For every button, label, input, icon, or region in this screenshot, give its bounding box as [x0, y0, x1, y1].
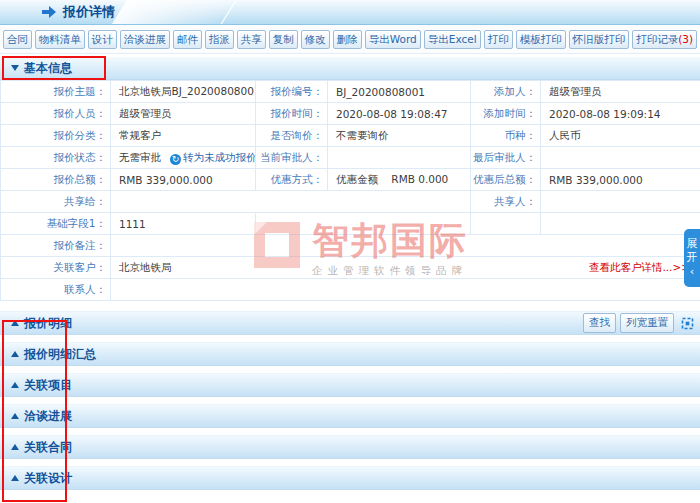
field-value: 超级管理员: [541, 81, 700, 103]
toolbar-button-delete[interactable]: 删除: [333, 30, 362, 49]
section-header-basic-info[interactable]: 基本信息: [0, 57, 700, 80]
page-title: 报价详情: [63, 3, 115, 21]
field-label: 基础字段1：: [1, 213, 111, 235]
field-label: 币种：: [471, 125, 541, 147]
convert-status-icon: ↻: [170, 154, 181, 165]
related-customer-text: 北京地铁局: [119, 261, 172, 273]
toolbar-button-copy[interactable]: 复制: [269, 30, 298, 49]
section-title: 关联项目: [24, 377, 72, 394]
toolbar: 合同 物料清单 设计 洽谈进展 邮件 指派 共享 复制 修改 删除 导出Word…: [0, 25, 700, 54]
basic-info-title: 基本信息: [24, 60, 72, 77]
field-label: 报价状态：: [1, 147, 111, 169]
view-customer-detail-link[interactable]: 查看此客户详情...>>: [589, 261, 690, 275]
field-value: [541, 147, 700, 169]
field-value: 无需审批↻转为未成功报价: [111, 147, 256, 169]
toolbar-button-share[interactable]: 共享: [237, 30, 266, 49]
table-row: 报价备注：: [1, 235, 700, 257]
field-value: [111, 235, 700, 257]
field-label: 共享给：: [1, 191, 111, 213]
collapse-triangle-icon: [11, 320, 19, 326]
collapse-triangle-icon: [11, 475, 19, 481]
toolbar-button-bom[interactable]: 物料清单: [35, 30, 85, 49]
collapse-triangle-icon: [11, 382, 19, 388]
field-value: RMB 339,000.000: [541, 169, 700, 191]
field-label: 报价总额：: [1, 169, 111, 191]
toolbar-button-negotiation-progress[interactable]: 洽谈进展: [120, 30, 170, 49]
field-value: 2020-08-08 19:08:47: [328, 103, 471, 125]
field-label: 报价分类：: [1, 125, 111, 147]
toolbar-button-assign[interactable]: 指派: [205, 30, 234, 49]
table-row: 关联客户： 北京地铁局 查看此客户详情...>>: [1, 257, 700, 279]
section-bar-quote-detail[interactable]: 报价明细 查找 列宽重置: [0, 311, 700, 335]
convert-to-failed-quote-link[interactable]: 转为未成功报价: [183, 151, 256, 163]
field-label: 报价时间：: [256, 103, 328, 125]
empty-cell: [541, 213, 700, 235]
header-swoosh-decoration: [106, 0, 241, 25]
toolbar-button-edit[interactable]: 修改: [301, 30, 330, 49]
field-value: 常规客户: [111, 125, 256, 147]
toolbar-button-export-word[interactable]: 导出Word: [365, 30, 421, 49]
reset-column-width-button[interactable]: 列宽重置: [620, 313, 674, 333]
table-row: 报价人员： 超级管理员 报价时间： 2020-08-08 19:08:47 添加…: [1, 103, 700, 125]
section-bar-related-projects[interactable]: 关联项目: [0, 373, 700, 397]
table-row: 共享给： 共享人：: [1, 191, 700, 213]
section-bar-negotiation-progress[interactable]: 洽谈进展: [0, 404, 700, 428]
section-bar-quote-detail-summary[interactable]: 报价明细汇总: [0, 342, 700, 366]
print-record-count-badge: (3): [678, 33, 693, 45]
detail-sections: 报价明细 查找 列宽重置 报价明细汇总 关联项目 洽谈进展 关联合同 关联设计: [0, 311, 700, 490]
field-label: 当前审批人：: [256, 147, 328, 169]
field-label: 是否询价：: [256, 125, 328, 147]
collapse-triangle-icon: [11, 444, 19, 450]
empty-label-cell: [471, 213, 541, 235]
section-bar-related-designs[interactable]: 关联设计: [0, 466, 700, 490]
toolbar-button-email[interactable]: 邮件: [173, 30, 202, 49]
field-value: 北京地铁局BJ_20200808001: [111, 81, 256, 103]
field-value: 1111: [111, 213, 256, 235]
field-value: 超级管理员: [111, 103, 256, 125]
discount-amount-text: RMB 0.000: [391, 173, 448, 185]
field-label: 报价编号：: [256, 81, 328, 103]
table-row: 报价主题： 北京地铁局BJ_20200808001 报价编号： BJ_20200…: [1, 81, 700, 103]
field-label: 最后审批人：: [471, 147, 541, 169]
discount-method-text: 优惠金额: [336, 173, 378, 185]
field-label: 关联客户：: [1, 257, 111, 279]
toolbar-button-print[interactable]: 打印: [484, 30, 513, 49]
field-value: [541, 191, 700, 213]
section-title: 关联设计: [24, 470, 72, 487]
field-value: 不需要询价: [328, 125, 471, 147]
field-label: 添加人：: [471, 81, 541, 103]
toolbar-button-print-record[interactable]: 打印记录(3): [632, 30, 697, 49]
section-title: 报价明细: [24, 315, 72, 332]
field-value: 优惠金额 RMB 0.000: [328, 169, 471, 191]
expand-label-char: 展: [687, 237, 698, 251]
field-value: [328, 147, 471, 169]
expand-panel-button[interactable]: 展 开 ‹: [684, 229, 700, 287]
toolbar-button-design[interactable]: 设计: [88, 30, 117, 49]
quote-status-text: 无需审批: [119, 151, 161, 163]
fullscreen-icon[interactable]: [681, 317, 694, 330]
toolbar-button-template-print[interactable]: 模板打印: [516, 30, 566, 49]
field-label: 共享人：: [471, 191, 541, 213]
table-row: 报价总额： RMB 339,000.000 优惠方式： 优惠金额 RMB 0.0…: [1, 169, 700, 191]
chevron-left-icon: ‹: [690, 265, 694, 279]
field-label: 优惠后总额：: [471, 169, 541, 191]
collapse-triangle-icon: [11, 413, 19, 419]
field-label: 添加时间：: [471, 103, 541, 125]
table-row: 基础字段1： 1111: [1, 213, 700, 235]
toolbar-button-classic-print[interactable]: 怀旧版打印: [569, 30, 630, 49]
section-title: 关联合同: [24, 439, 72, 456]
arrow-right-icon: [42, 6, 56, 18]
section-title: 洽谈进展: [24, 408, 72, 425]
field-label: 联系人：: [1, 279, 111, 301]
field-label: 报价主题：: [1, 81, 111, 103]
field-value: BJ_20200808001: [328, 81, 471, 103]
field-value: 人民币: [541, 125, 700, 147]
toolbar-button-contract[interactable]: 合同: [3, 30, 32, 49]
field-value: [111, 279, 700, 301]
field-label: 优惠方式：: [256, 169, 328, 191]
toolbar-button-export-excel[interactable]: 导出Excel: [424, 30, 481, 49]
section-bar-related-contracts[interactable]: 关联合同: [0, 435, 700, 459]
find-button[interactable]: 查找: [583, 313, 616, 333]
empty-cell: [256, 213, 471, 235]
expand-label-char: 开: [687, 251, 698, 265]
